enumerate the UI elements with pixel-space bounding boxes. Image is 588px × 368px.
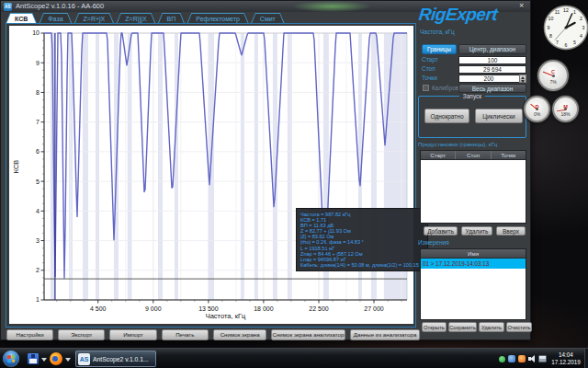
full-range-button[interactable]: Весь диапазон bbox=[458, 84, 526, 93]
windows-logo-icon bbox=[7, 355, 16, 363]
export-button[interactable]: Экспорт bbox=[58, 329, 105, 340]
tooltip-line: Кабель: длина(1/4) = 50.08 м, длина(1/2)… bbox=[300, 262, 424, 268]
tray-clock[interactable]: 14:04 17.12.2019 bbox=[549, 351, 582, 366]
jumplist-arrow-icon[interactable] bbox=[65, 358, 71, 362]
preset-delete-button[interactable]: Удалить bbox=[461, 226, 492, 236]
presets-table[interactable]: Старт Стоп Точки bbox=[420, 150, 526, 224]
show-desktop-button[interactable] bbox=[584, 349, 588, 368]
tray-time: 14:04 bbox=[549, 351, 582, 359]
disk-gauge-gadget: D 0% bbox=[524, 96, 550, 122]
stop-field-label: Стоп bbox=[422, 65, 435, 73]
floppy-save-icon[interactable] bbox=[28, 353, 39, 364]
svg-text:Частота, кГц: Частота, кГц bbox=[206, 312, 246, 320]
gauge-label: C bbox=[539, 69, 567, 75]
launch-group-title: Запуск bbox=[459, 93, 485, 100]
start-field-label: Старт bbox=[422, 56, 438, 63]
window-title: AntScope2 v.1.0.16 - AA-600 bbox=[16, 1, 104, 12]
stop-frequency-input[interactable] bbox=[458, 65, 526, 74]
frequency-section-label: Частота, кГц bbox=[420, 29, 455, 36]
app-icon: AS bbox=[78, 353, 90, 365]
svg-text:2: 2 bbox=[36, 267, 40, 273]
svg-text:10: 10 bbox=[32, 29, 40, 36]
tray-date: 17.12.2019 bbox=[549, 359, 582, 366]
bounds-mode-button[interactable]: Границы bbox=[422, 44, 457, 54]
tray-status-green-icon[interactable] bbox=[499, 356, 505, 362]
svg-text:27 000: 27 000 bbox=[364, 305, 384, 312]
swr-chart[interactable]: 123456789104 5009 00013 50018 00022 5002… bbox=[9, 26, 413, 324]
svg-text:7: 7 bbox=[556, 40, 559, 45]
preset-up-button[interactable]: Вверх bbox=[496, 226, 526, 236]
jumplist-arrow-icon[interactable] bbox=[41, 358, 47, 362]
gauge-value: 0% bbox=[526, 111, 548, 117]
points-input[interactable] bbox=[458, 75, 526, 83]
desktop: AS AntScope2 v.1.0.16 - AA-600 КСВ Фаза … bbox=[0, 0, 588, 368]
analyzer-screenshot-button[interactable]: Снимок экрана анализатора bbox=[271, 329, 345, 340]
swr-chart-canvas[interactable]: 123456789104 5009 00013 50018 00022 5002… bbox=[9, 26, 413, 324]
center-span-mode-button[interactable]: Центр, диапазон bbox=[458, 44, 526, 54]
taskbar-app-button[interactable]: AS AntScope2 v.1.0.1... bbox=[75, 351, 156, 367]
launch-group: Запуск Однократно Циклически bbox=[418, 96, 526, 138]
points-stepper[interactable] bbox=[519, 75, 526, 83]
print-button[interactable]: Печать bbox=[162, 329, 209, 340]
run-cyclic-button[interactable]: Циклически bbox=[475, 109, 523, 123]
aero-glass-glow bbox=[293, 1, 370, 12]
svg-text:9 000: 9 000 bbox=[145, 305, 162, 312]
measurement-delete-button[interactable]: Удалить bbox=[479, 322, 504, 332]
gauge-hub-icon bbox=[552, 75, 555, 77]
tab-page-frame: 123456789104 5009 00013 50018 00022 5002… bbox=[6, 23, 416, 328]
svg-text:8: 8 bbox=[549, 33, 552, 39]
measurement-row[interactable]: 01 > 17.12.2019-14:03:13 bbox=[421, 259, 526, 269]
svg-text:22 500: 22 500 bbox=[309, 305, 329, 312]
svg-text:3: 3 bbox=[582, 25, 585, 30]
start-frequency-input[interactable] bbox=[458, 56, 526, 64]
tray-status-orange-icon[interactable] bbox=[518, 355, 526, 362]
clock-gadget: 123456789101112 bbox=[541, 3, 588, 52]
volume-icon[interactable] bbox=[530, 355, 535, 362]
svg-text:13 500: 13 500 bbox=[198, 305, 219, 312]
measurements-table-header: Имя bbox=[421, 249, 526, 259]
measurements-table[interactable]: Имя 01 > 17.12.2019-14:03:13 bbox=[420, 248, 526, 320]
bottom-toolbar: Настройки Экспорт Импорт Печать Снимок э… bbox=[6, 329, 420, 340]
svg-text:КСВ: КСВ bbox=[12, 160, 20, 174]
chart-tooltip: Частота = 987.82 кГц КСВ = 1.71 ВП = 11.… bbox=[296, 208, 428, 271]
screenshot-button[interactable]: Снимок экрана bbox=[213, 329, 267, 340]
settings-button[interactable]: Настройки bbox=[6, 329, 53, 340]
measurement-clear-button[interactable]: Очистить bbox=[506, 322, 532, 332]
gauge-label: D bbox=[526, 104, 548, 109]
antscope-window: AS AntScope2 v.1.0.16 - AA-600 КСВ Фаза … bbox=[0, 0, 531, 340]
analyzer-data-button[interactable]: Данные из анализатора bbox=[350, 329, 420, 340]
preset-add-button[interactable]: Добавить bbox=[424, 226, 458, 236]
svg-text:12: 12 bbox=[563, 7, 569, 13]
svg-text:8: 8 bbox=[36, 89, 40, 96]
taskbar: AS AntScope2 v.1.0.1... 14:04 17.12.2019 bbox=[0, 348, 588, 368]
gadget-close-icon[interactable]: × bbox=[519, 1, 524, 10]
start-button[interactable] bbox=[3, 351, 19, 367]
gauge-value: 7% bbox=[539, 79, 567, 85]
measurement-save-button[interactable]: Сохранить bbox=[448, 322, 477, 332]
svg-text:6: 6 bbox=[565, 42, 568, 48]
svg-text:4 500: 4 500 bbox=[90, 305, 107, 312]
svg-text:4: 4 bbox=[36, 208, 40, 214]
calibration-checkbox[interactable] bbox=[423, 85, 429, 91]
svg-text:6: 6 bbox=[36, 148, 40, 155]
svg-text:5: 5 bbox=[36, 178, 40, 185]
measurements-label: Измерения bbox=[418, 239, 449, 247]
app-icon: AS bbox=[4, 3, 12, 11]
presets-table-header: Старт Стоп Точки bbox=[421, 151, 526, 160]
svg-text:4: 4 bbox=[580, 33, 582, 39]
run-single-button[interactable]: Однократно bbox=[424, 109, 469, 123]
spin-up-icon[interactable] bbox=[521, 76, 525, 79]
presets-col-points: Точки bbox=[492, 151, 526, 159]
measurement-open-button[interactable]: Открыть bbox=[422, 322, 447, 332]
keyboard-layout-icon[interactable] bbox=[538, 355, 547, 362]
svg-text:2: 2 bbox=[580, 16, 582, 21]
cpu-gauge-gadget: C 7% bbox=[537, 60, 569, 91]
spin-down-icon[interactable] bbox=[521, 80, 525, 83]
presets-col-start: Старт bbox=[421, 151, 456, 159]
rigexpert-logo: RigExpert bbox=[418, 5, 528, 25]
tray-status-blue-icon[interactable] bbox=[508, 355, 515, 362]
svg-text:9: 9 bbox=[36, 60, 40, 66]
firefox-icon[interactable] bbox=[50, 352, 62, 365]
svg-text:11: 11 bbox=[555, 9, 560, 15]
import-button[interactable]: Импорт bbox=[109, 329, 156, 340]
